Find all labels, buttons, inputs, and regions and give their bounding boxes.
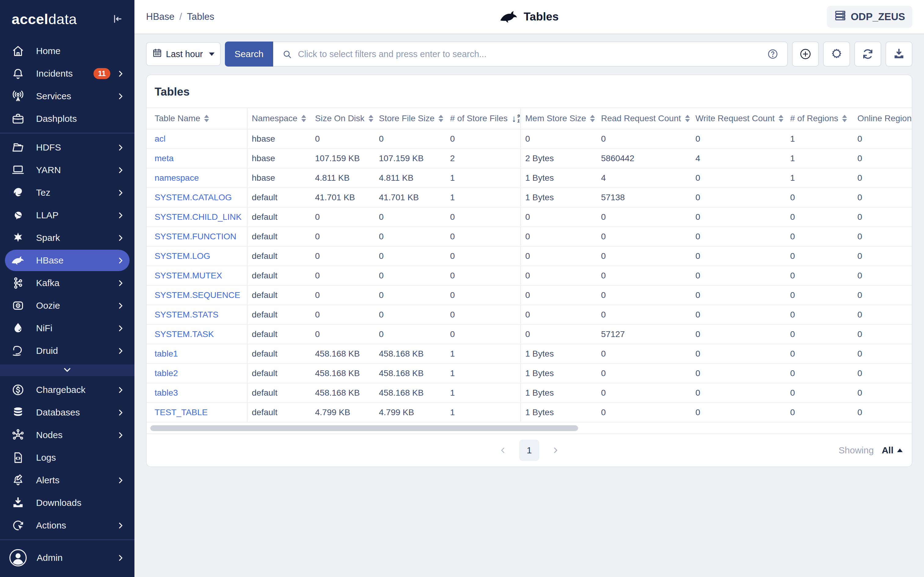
cell-write-request-count: 0 bbox=[691, 247, 786, 266]
sort-icon[interactable] bbox=[842, 115, 847, 122]
sort-numeric-desc-icon[interactable]: ↓91 bbox=[512, 114, 520, 123]
column-header-size-on-disk[interactable]: Size On Disk bbox=[311, 108, 375, 129]
sidebar-item-nodes[interactable]: Nodes bbox=[0, 424, 134, 446]
cell-num-store-files: 0 bbox=[446, 129, 521, 148]
sort-icon[interactable] bbox=[590, 115, 595, 122]
sidebar-item-chargeback[interactable]: Chargeback bbox=[0, 379, 134, 401]
sidebar-item-home[interactable]: Home bbox=[0, 40, 134, 62]
table-name-link[interactable]: SYSTEM.FUNCTION bbox=[147, 227, 247, 246]
sidebar-item-hdfs[interactable]: HDFS bbox=[0, 136, 134, 159]
llap-icon bbox=[11, 208, 25, 222]
refresh-button[interactable] bbox=[855, 42, 881, 66]
cell-namespace: default bbox=[247, 325, 311, 344]
sidebar-item-actions[interactable]: Actions bbox=[0, 514, 134, 537]
column-header--of-store-files[interactable]: # of Store Files↓91 bbox=[446, 108, 521, 129]
search-button[interactable]: Search bbox=[225, 42, 273, 66]
sidebar-item-databases[interactable]: Databases bbox=[0, 401, 134, 424]
acceldata-logo[interactable]: acceldata bbox=[11, 11, 77, 27]
caret-down-icon bbox=[209, 53, 215, 56]
sidebar-item-oozie[interactable]: Oozie bbox=[0, 294, 134, 317]
horizontal-scrollbar[interactable] bbox=[150, 425, 909, 431]
table-name-link[interactable]: namespace bbox=[147, 169, 247, 187]
sidebar-item-druid[interactable]: Druid bbox=[0, 340, 134, 362]
cell-write-request-count: 4 bbox=[691, 149, 786, 168]
sort-icon[interactable] bbox=[301, 115, 306, 122]
sidebar-item-admin[interactable]: Admin bbox=[0, 543, 134, 573]
app: acceldata HomeIncidents11ServicesDashplo… bbox=[0, 0, 924, 577]
previous-page-icon[interactable] bbox=[499, 446, 507, 454]
table-row: SYSTEM.SEQUENCEdefault00000000 bbox=[147, 286, 912, 305]
sidebar-item-yarn[interactable]: YARN bbox=[0, 159, 134, 181]
sidebar-item-incidents[interactable]: Incidents11 bbox=[0, 62, 134, 85]
table-name-link[interactable]: TEST_TABLE bbox=[147, 403, 247, 422]
sidebar-item-nifi[interactable]: NiFi bbox=[0, 317, 134, 340]
cell-size-on-disk: 0 bbox=[311, 305, 375, 324]
sidebar-item-spark[interactable]: Spark bbox=[0, 227, 134, 249]
add-button[interactable] bbox=[792, 42, 819, 66]
cell-num-regions: 0 bbox=[786, 403, 853, 422]
column-header-read-request-count[interactable]: Read Request Count bbox=[597, 108, 691, 129]
cell-num-regions: 0 bbox=[786, 227, 853, 246]
cell-read-request-count: 57138 bbox=[597, 188, 691, 207]
sort-icon[interactable] bbox=[204, 115, 209, 122]
download-button[interactable] bbox=[885, 42, 913, 66]
sidebar-item-label: Actions bbox=[36, 520, 66, 530]
sidebar-item-tez[interactable]: Tez bbox=[0, 181, 134, 204]
column-header-write-request-count[interactable]: Write Request Count bbox=[691, 108, 786, 129]
spark-icon bbox=[11, 231, 25, 245]
table-name-link[interactable]: table2 bbox=[147, 364, 247, 383]
sidebar-item-dashplots[interactable]: Dashplots bbox=[0, 108, 134, 130]
sidebar-item-alerts[interactable]: Alerts bbox=[0, 469, 134, 492]
time-range-select[interactable]: Last hour bbox=[146, 42, 221, 66]
table-row: SYSTEM.MUTEXdefault00000000 bbox=[147, 266, 912, 286]
scrollbar-thumb[interactable] bbox=[150, 425, 578, 431]
cell-num-store-files: 0 bbox=[446, 286, 521, 305]
settings-button[interactable] bbox=[823, 42, 850, 66]
logs-icon bbox=[11, 451, 25, 465]
column-header-table-name[interactable]: Table Name bbox=[147, 108, 247, 129]
sort-icon[interactable] bbox=[438, 115, 443, 122]
search-input[interactable]: Click to select filters and press enter … bbox=[273, 42, 788, 66]
table-name-link[interactable]: SYSTEM.MUTEX bbox=[147, 266, 247, 285]
sidebar-item-llap[interactable]: LLAP bbox=[0, 204, 134, 227]
sort-icon[interactable] bbox=[779, 115, 783, 122]
table-name-link[interactable]: SYSTEM.LOG bbox=[147, 247, 247, 266]
table-name-link[interactable]: SYSTEM.CATALOG bbox=[147, 188, 247, 207]
cell-store-file-size: 0 bbox=[375, 266, 446, 285]
cluster-selector[interactable]: ODP_ZEUS bbox=[827, 6, 913, 28]
cell-online-regions: 0 bbox=[853, 188, 912, 207]
sort-icon[interactable] bbox=[685, 115, 690, 122]
table-row: SYSTEM.CATALOGdefault41.701 KB41.701 KB1… bbox=[147, 188, 912, 208]
column-header-online-regions[interactable]: Online Regions bbox=[853, 108, 912, 129]
cell-num-store-files: 0 bbox=[446, 305, 521, 324]
column-header-mem-store-size[interactable]: Mem Store Size bbox=[521, 108, 597, 129]
page-size-select[interactable]: All bbox=[882, 445, 903, 456]
sidebar-item-kafka[interactable]: Kafka bbox=[0, 272, 134, 294]
column-header-namespace[interactable]: Namespace bbox=[247, 108, 311, 129]
sidebar-item-downloads[interactable]: Downloads bbox=[0, 492, 134, 514]
table-name-link[interactable]: SYSTEM.SEQUENCE bbox=[147, 286, 247, 305]
next-page-icon[interactable] bbox=[551, 446, 559, 454]
table-name-link[interactable]: meta bbox=[147, 149, 247, 168]
breadcrumb-parent[interactable]: HBase bbox=[146, 11, 174, 22]
help-icon[interactable] bbox=[767, 48, 779, 60]
current-page[interactable]: 1 bbox=[519, 440, 539, 461]
table-name-link[interactable]: acl bbox=[147, 129, 247, 148]
chevron-right-icon bbox=[116, 521, 125, 530]
table-name-link[interactable]: SYSTEM.STATS bbox=[147, 305, 247, 324]
sidebar-collapse-icon[interactable] bbox=[112, 13, 123, 24]
table-name-link[interactable]: table1 bbox=[147, 344, 247, 363]
sort-icon[interactable] bbox=[368, 115, 373, 122]
sidebar-item-logs[interactable]: Logs bbox=[0, 446, 134, 469]
table-name-link[interactable]: SYSTEM.CHILD_LINK bbox=[147, 208, 247, 227]
table-name-link[interactable]: SYSTEM.TASK bbox=[147, 325, 247, 344]
cell-num-store-files: 1 bbox=[446, 384, 521, 402]
cell-store-file-size: 0 bbox=[375, 305, 446, 324]
sidebar-item-hbase[interactable]: HBase bbox=[0, 249, 134, 272]
table-name-link[interactable]: table3 bbox=[147, 384, 247, 402]
cell-write-request-count: 0 bbox=[691, 286, 786, 305]
sidebar-expand-more[interactable] bbox=[0, 364, 134, 376]
column-header--of-regions[interactable]: # of Regions bbox=[786, 108, 853, 129]
sidebar-item-services[interactable]: Services bbox=[0, 85, 134, 108]
column-header-store-file-size[interactable]: Store File Size bbox=[375, 108, 446, 129]
